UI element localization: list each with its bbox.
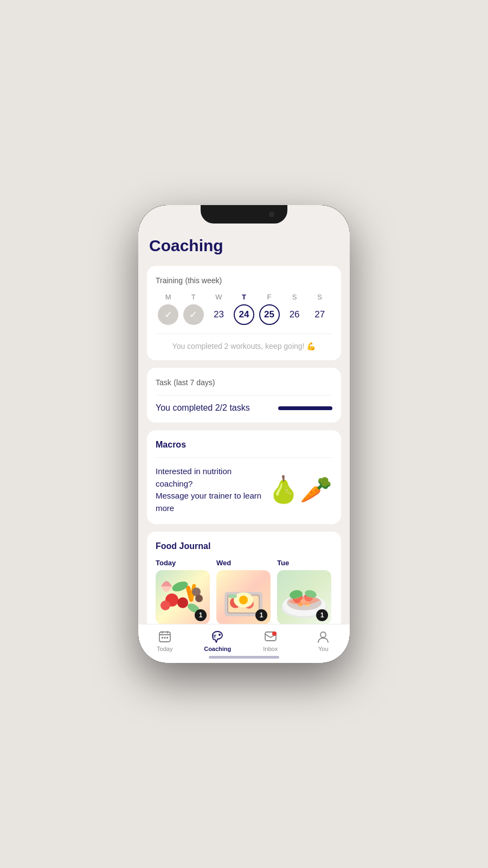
cal-label-tue: T xyxy=(191,293,196,301)
you-icon xyxy=(316,630,330,644)
tab-inbox-label: Inbox xyxy=(263,646,278,652)
cal-day-wed[interactable]: W 23 xyxy=(208,293,229,325)
cal-label-mon: M xyxy=(165,293,171,301)
training-card: Training (this week) M T xyxy=(147,266,341,360)
food-img-wed[interactable]: 1 xyxy=(216,570,271,624)
food-img-today[interactable]: 1 xyxy=(156,570,210,624)
tab-today[interactable]: Today xyxy=(138,630,191,652)
food-day-today[interactable]: Today xyxy=(156,559,210,624)
food-journal-card: Food Journal Today xyxy=(147,532,341,624)
svg-rect-38 xyxy=(166,637,168,639)
screen-content: Coaching Training (this week) M T xyxy=(138,224,350,624)
macros-card: Macros Interested in nutrition coaching?… xyxy=(147,430,341,524)
task-row: You completed 2/2 tasks xyxy=(156,403,332,413)
food-icon: 🍐🥕 xyxy=(267,475,332,505)
svg-point-15 xyxy=(239,596,248,604)
training-header: Training (this week) xyxy=(156,276,332,285)
food-day-tue[interactable]: Tue xyxy=(277,559,331,624)
svg-point-2 xyxy=(160,601,170,610)
cal-num-sun: 27 xyxy=(310,304,330,325)
phone-screen: Coaching Training (this week) M T xyxy=(138,205,350,663)
cal-label-sun: S xyxy=(317,293,322,301)
calendar-grid: M T W 23 T 24 xyxy=(156,293,332,325)
food-day-label-today: Today xyxy=(156,559,176,567)
tab-you[interactable]: You xyxy=(297,630,350,652)
macros-divider xyxy=(156,457,332,458)
cal-day-fri[interactable]: F 25 xyxy=(259,293,280,325)
task-card: Task (last 7 days) You completed 2/2 tas… xyxy=(147,368,341,423)
cal-label-wed: W xyxy=(215,293,222,301)
cal-num-fri: 25 xyxy=(259,304,280,325)
tab-coaching[interactable]: Coaching xyxy=(191,630,245,652)
task-progress-bar xyxy=(278,406,332,410)
food-day-label-wed: Wed xyxy=(216,559,231,567)
macros-header: Macros xyxy=(156,440,332,450)
task-divider xyxy=(156,395,332,395)
food-journal-scroll[interactable]: Today xyxy=(156,559,332,624)
svg-point-1 xyxy=(177,597,188,608)
task-header: Task (last 7 days) xyxy=(156,378,332,387)
svg-point-5 xyxy=(171,579,189,593)
cal-day-thu[interactable]: T 24 xyxy=(234,293,254,325)
svg-rect-37 xyxy=(164,637,165,639)
tab-coaching-label: Coaching xyxy=(204,646,231,652)
svg-rect-36 xyxy=(162,637,163,639)
macros-row: Interested in nutrition coaching? Messag… xyxy=(156,465,332,514)
today-icon xyxy=(158,630,172,644)
cal-num-thu: 24 xyxy=(234,304,254,325)
tab-you-label: You xyxy=(318,646,329,652)
macros-text: Interested in nutrition coaching? Messag… xyxy=(156,465,263,514)
svg-point-41 xyxy=(219,634,221,636)
tab-today-label: Today xyxy=(157,646,172,652)
cal-day-sun[interactable]: S 27 xyxy=(310,293,330,325)
page-title: Coaching xyxy=(147,237,341,255)
phone-frame: Coaching Training (this week) M T xyxy=(138,205,350,663)
cal-day-sat[interactable]: S 26 xyxy=(284,293,305,325)
svg-point-45 xyxy=(272,631,277,636)
cal-label-sat: S xyxy=(292,293,297,301)
food-badge-wed: 1 xyxy=(255,609,267,621)
motivation-text: You completed 2 workouts, keep going! 💪 xyxy=(156,342,332,350)
cal-num-wed: 23 xyxy=(208,304,229,325)
notch xyxy=(201,205,287,224)
food-day-wed[interactable]: Wed xyxy=(216,559,271,624)
home-indicator xyxy=(209,656,279,659)
food-day-label-tue: Tue xyxy=(277,559,289,567)
training-divider xyxy=(156,334,332,334)
cal-num-tue xyxy=(183,304,204,325)
cal-day-mon[interactable]: M xyxy=(158,293,178,325)
food-badge-today: 1 xyxy=(195,609,207,621)
svg-point-16 xyxy=(228,594,237,598)
cal-label-fri: F xyxy=(267,293,272,301)
camera-dot xyxy=(269,212,274,217)
svg-point-8 xyxy=(195,595,203,602)
inbox-icon xyxy=(264,630,278,644)
food-journal-header: Food Journal xyxy=(156,541,332,551)
coaching-icon xyxy=(210,630,224,644)
svg-point-46 xyxy=(320,632,326,637)
cal-num-sat: 26 xyxy=(284,304,305,325)
task-text: You completed 2/2 tasks xyxy=(156,403,250,413)
food-badge-tue: 1 xyxy=(316,609,328,621)
food-img-tue[interactable]: 1 xyxy=(277,570,331,624)
cal-num-mon xyxy=(158,304,178,325)
tab-inbox[interactable]: Inbox xyxy=(244,630,297,652)
cal-day-tue[interactable]: T xyxy=(183,293,204,325)
cal-label-thu: T xyxy=(242,293,246,301)
